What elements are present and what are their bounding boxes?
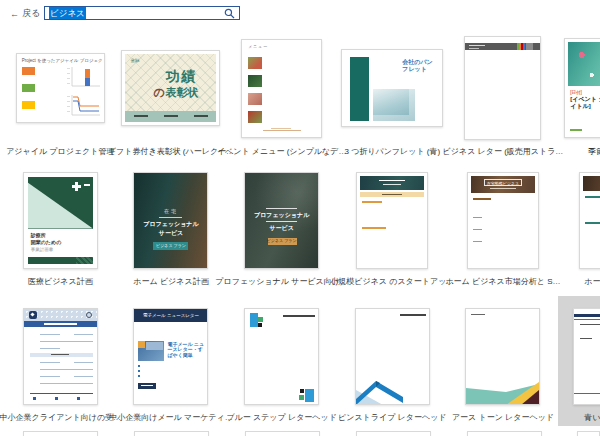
template-label: アジャイル プロジェクト管理 — [6, 146, 114, 157]
thumbnail-art-professional-services: プロフェッショナル サービス ビジネス プラン — [245, 173, 318, 268]
thumbnail-art-menu: メニュー — [246, 44, 317, 133]
earth-tone-waves — [466, 380, 539, 404]
template-thumbnail[interactable]: 電子メール ニュースレター 電子メール ニュースレター・すばやく簡単 — [133, 308, 208, 405]
template-thumbnail[interactable]: Project を使ったアジャイル プロジェクトの管理 — [16, 53, 105, 123]
pinstripe-ribbon — [356, 377, 403, 404]
template-cell[interactable]: ブルー ステップ レターヘッド — [226, 306, 337, 423]
template-thumbnail[interactable] — [465, 308, 540, 405]
template-cell[interactable]: 在宅 プロフェッショナル サービス ビジネス プラン ホーム ビジネス計画 — [116, 170, 227, 287]
template-label: アース トーン レターヘッド — [452, 412, 554, 423]
template-thumbnail[interactable]: 金額 功績 の 表彰状 — [121, 50, 220, 126]
template-cell[interactable]: プロフェッショナル サービス ビジネス プラン プロフェッショナル サービス向け… — [226, 170, 337, 287]
back-arrow-icon: ← — [10, 9, 19, 19]
bar-chart — [66, 65, 102, 90]
template-thumbnail[interactable]: 在宅 プロフェッショナル サービス ビジネス プラン — [133, 172, 208, 269]
template-label: 季節 — [588, 146, 600, 157]
line-chart — [66, 93, 102, 119]
template-label: 中小企業クライアント向けの受… — [0, 412, 121, 423]
template-thumbnail[interactable]: プロフェッショナル サービス ビジネス プラン — [244, 172, 319, 269]
template-cell[interactable]: 青い — [558, 306, 600, 423]
thumbnail-art-trifold: 会社のパンフレット — [345, 53, 439, 123]
thumbnail-art-earth-tone-letterhead — [466, 309, 539, 404]
search-value: ビジネス — [49, 7, 86, 19]
template-label: 青い — [584, 412, 600, 423]
template-cell[interactable]: 会社のパンフレット 3 つ折りパンフレット (青) — [337, 36, 448, 157]
template-label: 医療ビジネス計画 — [28, 276, 93, 287]
thumbnail-art-home-plan: 在宅 プロフェッショナル サービス ビジネス プラン — [134, 173, 207, 268]
template-cell[interactable]: Project を使ったアジャイル プロジェクトの管理 — [5, 36, 116, 157]
thumbnail-art-startup-plan — [360, 176, 424, 265]
template-label: ピンストライプ レターヘッド — [338, 412, 446, 423]
thumbnail-art-blue-letterhead — [574, 309, 600, 404]
template-thumbnail[interactable]: [日付] [イベント タイトル] — [564, 38, 600, 138]
thumbnail-art-business-letter — [465, 37, 540, 139]
template-label: 3 つ折りパンフレット (青) — [344, 146, 440, 157]
template-cell[interactable]: 電子メール ニュースレター 電子メール ニュースレター・すばやく簡単 中小企業向… — [116, 306, 227, 423]
template-cell[interactable]: メニュー イベント メニュー (シンプルなデ… — [226, 36, 337, 157]
template-cell[interactable]: アース トーン レターヘッド — [448, 306, 559, 423]
back-label: 戻る — [22, 7, 40, 20]
thumbnail-art-medical-plan: 診療所 開業のための 事業計画書 — [28, 177, 93, 264]
template-label: ホーム ビジネス市場分析と S… — [445, 276, 560, 287]
template-thumbnail[interactable] — [23, 308, 98, 405]
template-cell[interactable]: 診療所 開業のための 事業計画書 医療ビジネス計画 — [5, 170, 116, 287]
template-label: ビジネス レター (販売用ストラ… — [443, 146, 564, 157]
template-label: 中小企業向けメール マーケティ… — [109, 412, 233, 423]
thumbnail-art-client-form — [24, 309, 97, 404]
template-row-3: 中小企業クライアント向けの受… 電子メール ニュースレター 電子メール ニュース… — [5, 306, 600, 423]
template-label: ギフト券付き表彰状 (ハーレクー… — [108, 146, 234, 157]
template-thumbnail[interactable] — [464, 36, 541, 140]
template-cell[interactable]: 小規模ビジネス のスタートアッ… — [337, 170, 448, 287]
template-thumbnail[interactable] — [244, 308, 319, 405]
thumbnail-art-market-analysis: 在宅勤務ビジネス — [471, 176, 535, 265]
template-cell[interactable]: 金額 功績 の 表彰状 ギフト券付き表彰状 (ハーレクー… — [116, 36, 227, 157]
template-label: ホーム ビ — [584, 276, 600, 287]
template-thumbnail[interactable]: 在宅勤務ビジネス — [467, 172, 539, 269]
template-cell[interactable]: 在宅勤務ビジネス ホーム ビジネス市場分析と S… — [448, 170, 559, 287]
thumbnail-art-certificate: 金額 功績 の 表彰状 — [125, 54, 216, 122]
template-cell[interactable]: 中小企業クライアント向けの受… — [5, 306, 116, 423]
template-thumbnail[interactable] — [355, 308, 430, 405]
template-thumbnail[interactable] — [579, 172, 600, 269]
search-icon[interactable] — [224, 8, 235, 19]
thumbnail-art-blue-step-letterhead — [245, 309, 318, 404]
template-thumbnail[interactable]: 会社のパンフレット — [341, 49, 443, 127]
template-gallery-screen: ← 戻る ビジネス Project を使ったアジャイル プロジェクトの管理 — [0, 0, 600, 436]
template-label: プロフェッショナル サービス向け… — [215, 276, 348, 287]
template-thumbnail[interactable] — [573, 308, 600, 405]
template-cell[interactable]: [日付] [イベント タイトル] 季節 — [558, 36, 600, 157]
next-row-thumbnail-edge[interactable] — [467, 431, 542, 436]
thumbnail-art-seasonal-flyer: [日付] [イベント タイトル] — [568, 42, 600, 134]
thumbnail-art-agile: Project を使ったアジャイル プロジェクトの管理 — [17, 54, 104, 122]
template-label: 小規模ビジネス のスタートアッ… — [330, 276, 454, 287]
template-thumbnail[interactable] — [356, 172, 428, 269]
next-row-thumbnail-edge[interactable] — [356, 431, 431, 436]
template-row-2: 診療所 開業のための 事業計画書 医療ビジネス計画 在宅 プロフェッショナル サ… — [5, 170, 600, 287]
template-cell[interactable]: ビジネス レター (販売用ストラ… — [448, 36, 559, 157]
template-row-1: Project を使ったアジャイル プロジェクトの管理 — [5, 36, 600, 157]
template-thumbnail[interactable]: 診療所 開業のための 事業計画書 — [23, 172, 98, 269]
back-button[interactable]: ← 戻る — [10, 7, 40, 20]
template-label: ホーム ビジネス計画 — [133, 276, 208, 287]
next-row-thumbnail-edge[interactable] — [577, 431, 600, 436]
template-label: イベント メニュー (シンプルなデ… — [217, 146, 347, 157]
search-input[interactable]: ビジネス — [44, 6, 240, 20]
thumbnail-art-newsletter: 電子メール ニュースレター 電子メール ニュースレター・すばやく簡単 — [134, 309, 207, 404]
template-cell[interactable]: ホーム ビ — [558, 170, 600, 287]
template-cell[interactable]: ピンストライプ レターヘッド — [337, 306, 448, 423]
template-thumbnail[interactable]: メニュー — [241, 39, 322, 138]
template-label: ブルー ステップ レターヘッド — [226, 412, 337, 423]
next-row-thumbnail-edge[interactable] — [23, 431, 98, 436]
thumbnail-art-home-doc — [583, 176, 600, 265]
next-row-thumbnail-edge[interactable] — [245, 431, 320, 436]
thumbnail-art-pinstripe-letterhead — [356, 309, 429, 404]
next-row-thumbnail-edge[interactable] — [134, 431, 209, 436]
